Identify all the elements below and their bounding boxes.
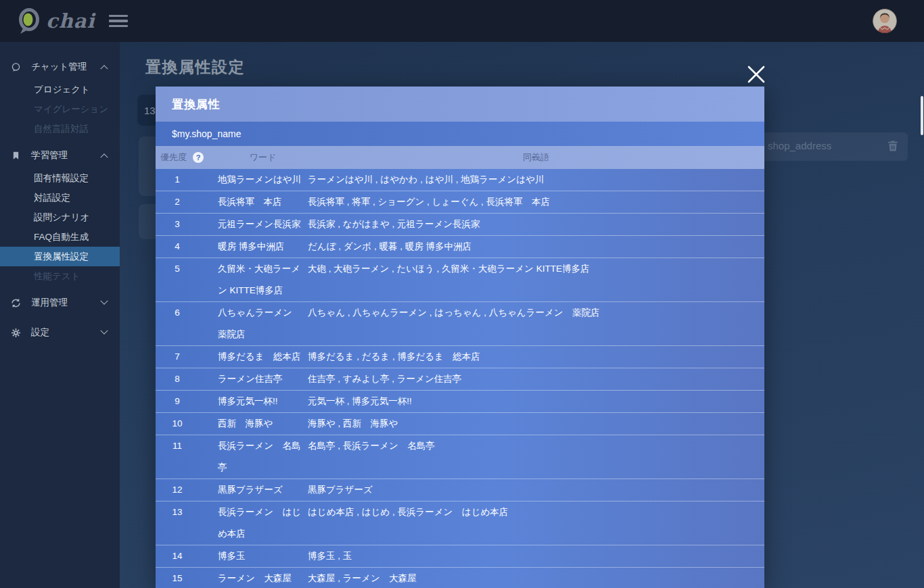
word-column-header: ワード bbox=[218, 151, 308, 164]
row-synonyms: 黒豚ブラザーズ bbox=[308, 479, 764, 501]
logo-avocado-icon bbox=[18, 7, 42, 35]
row-synonyms: ラーメンはや川 , はやかわ , はや川 , 地鶏ラーメンはや川 bbox=[308, 169, 764, 191]
row-priority: 11 bbox=[156, 435, 218, 479]
chat-icon bbox=[10, 62, 22, 72]
table-row[interactable]: 7博多だるま 総本店博多だるま , だるま , 博多だるま 総本店 bbox=[156, 346, 764, 368]
table-row[interactable]: 8ラーメン住吉亭住吉亭 , すみよし亭 , ラーメン住吉亭 bbox=[156, 368, 764, 391]
row-word: 西新 海豚や bbox=[218, 413, 308, 435]
sidebar-nav: チャット管理プロジェクトマイグレーション自然言語対話学習管理固有情報設定対話設定… bbox=[0, 42, 120, 588]
row-word: 長浜ラーメン はじめ本店 bbox=[218, 501, 308, 545]
row-synonyms: 名島亭 , 長浜ラーメン 名島亭 bbox=[308, 435, 764, 479]
row-priority: 3 bbox=[156, 214, 218, 235]
row-synonyms: 元気一杯 , 博多元気一杯!! bbox=[308, 391, 764, 412]
row-synonyms: 大砲 , 大砲ラーメン , たいほう , 久留米・大砲ラーメン KITTE博多店 bbox=[308, 258, 764, 301]
row-priority: 9 bbox=[156, 391, 218, 412]
page-scrollbar-thumb[interactable] bbox=[921, 96, 923, 135]
table-row[interactable]: 10西新 海豚や海豚や , 西新 海豚や bbox=[156, 413, 764, 435]
synonyms-column-header: 同義語 bbox=[308, 151, 764, 164]
table-row[interactable]: 12黒豚ブラザーズ黒豚ブラザーズ bbox=[156, 479, 764, 501]
row-word: 地鶏ラーメンはや川 bbox=[218, 169, 308, 191]
row-synonyms: 長浜将軍 , 将軍 , ショーグン , しょーぐん , 長浜将軍 本店 bbox=[308, 191, 764, 213]
row-priority: 4 bbox=[156, 236, 218, 258]
sidebar-item-faq-auto-generation[interactable]: FAQ自動生成 bbox=[0, 227, 120, 247]
row-word: 博多だるま 総本店 bbox=[218, 346, 308, 368]
top-bar: chai bbox=[0, 0, 924, 42]
table-row[interactable]: 9博多元気一杯!!元気一杯 , 博多元気一杯!! bbox=[156, 391, 764, 413]
table-row[interactable]: 1地鶏ラーメンはや川ラーメンはや川 , はやかわ , はや川 , 地鶏ラーメンは… bbox=[156, 169, 764, 191]
gear-icon bbox=[10, 328, 22, 338]
logo-text: chai bbox=[46, 9, 95, 32]
sync-icon bbox=[10, 298, 22, 308]
sidebar-group-learning-management[interactable]: 学習管理 bbox=[0, 143, 120, 168]
table-row[interactable]: 5久留米・大砲ラーメン KITTE博多店大砲 , 大砲ラーメン , たいほう ,… bbox=[156, 258, 764, 302]
sidebar-item-replacement-attribute-settings[interactable]: 置換属性設定 bbox=[0, 247, 120, 266]
row-priority: 10 bbox=[156, 413, 218, 435]
chevron-up-icon bbox=[100, 65, 108, 72]
sidebar-group-label: 設定 bbox=[31, 326, 49, 339]
row-word: 黒豚ブラザーズ bbox=[218, 479, 308, 501]
row-priority: 7 bbox=[156, 346, 218, 368]
chevron-down-icon bbox=[100, 327, 108, 335]
sidebar-group-label: 運用管理 bbox=[31, 297, 68, 309]
row-priority: 6 bbox=[156, 302, 218, 345]
sidebar-item-label: マイグレーション bbox=[34, 103, 108, 116]
row-priority: 2 bbox=[156, 191, 218, 213]
row-priority: 14 bbox=[156, 545, 218, 567]
row-synonyms: だんぼ , ダンボ , 暖暮 , 暖房 博多中洲店 bbox=[308, 236, 764, 258]
row-word: 長浜将軍 本店 bbox=[218, 191, 308, 213]
row-word: 元祖ラーメン長浜家 bbox=[218, 214, 308, 235]
trash-icon bbox=[886, 139, 900, 153]
user-avatar[interactable] bbox=[873, 9, 897, 33]
row-synonyms: 博多玉 , 玉 bbox=[308, 545, 764, 567]
hamburger-menu-icon[interactable] bbox=[109, 14, 128, 28]
sidebar-item-performance-test[interactable]: 性能テスト bbox=[0, 266, 120, 286]
sidebar-item-natural-language-dialogue[interactable]: 自然言語対話 bbox=[0, 119, 120, 139]
sidebar-item-label: 固有情報設定 bbox=[34, 172, 89, 185]
sidebar-group-chat-management[interactable]: チャット管理 bbox=[0, 54, 120, 80]
sidebar-item-label: 性能テスト bbox=[34, 270, 80, 283]
table-row[interactable]: 15ラーメン 大森屋大森屋 , ラーメン 大森屋 bbox=[156, 568, 764, 588]
sidebar-group-label: 学習管理 bbox=[31, 149, 68, 162]
sidebar-item-label: FAQ自動生成 bbox=[34, 231, 89, 243]
priority-help-icon[interactable]: ? bbox=[193, 152, 204, 163]
sidebar-item-proper-information-settings[interactable]: 固有情報設定 bbox=[0, 168, 120, 188]
bookmark-icon bbox=[10, 151, 22, 160]
sidebar-item-label: 設問シナリオ bbox=[34, 212, 89, 224]
table-row[interactable]: 14博多玉博多玉 , 玉 bbox=[156, 545, 764, 568]
priority-column-header: 優先度 bbox=[160, 151, 187, 164]
row-word: 久留米・大砲ラーメン KITTE博多店 bbox=[218, 258, 308, 301]
table-row[interactable]: 3元祖ラーメン長浜家長浜家 , ながはまや , 元祖ラーメン長浜家 bbox=[156, 214, 764, 236]
sidebar-group-settings[interactable]: 設定 bbox=[0, 320, 120, 345]
row-word: ラーメン 大森屋 bbox=[218, 568, 308, 588]
attribute-name-row: $my.shop_name bbox=[156, 122, 764, 146]
row-word: ラーメン住吉亭 bbox=[218, 368, 308, 390]
row-synonyms: 八ちゃん , 八ちゃんラーメン , はっちゃん , 八ちゃんラーメン 薬院店 bbox=[308, 302, 764, 345]
row-word: 暖房 博多中洲店 bbox=[218, 236, 308, 258]
table-row[interactable]: 2長浜将軍 本店長浜将軍 , 将軍 , ショーグン , しょーぐん , 長浜将軍… bbox=[156, 191, 764, 214]
table-row[interactable]: 11長浜ラーメン 名島亭名島亭 , 長浜ラーメン 名島亭 bbox=[156, 435, 764, 479]
attribute-name: $my.shop_name bbox=[172, 128, 241, 139]
sidebar-item-migration[interactable]: マイグレーション bbox=[0, 99, 120, 119]
row-synonyms: 住吉亭 , すみよし亭 , ラーメン住吉亭 bbox=[308, 368, 764, 390]
app-logo[interactable]: chai bbox=[18, 7, 95, 35]
row-priority: 13 bbox=[156, 501, 218, 545]
sidebar-item-project[interactable]: プロジェクト bbox=[0, 80, 120, 99]
sidebar-item-dialogue-settings[interactable]: 対話設定 bbox=[0, 188, 120, 207]
sidebar-item-question-scenario[interactable]: 設問シナリオ bbox=[0, 207, 120, 227]
delete-attribute-button[interactable] bbox=[886, 139, 900, 153]
page-title: 置換属性設定 bbox=[145, 57, 924, 78]
row-synonyms: はじめ本店 , はじめ , 長浜ラーメン はじめ本店 bbox=[308, 501, 764, 545]
row-priority: 1 bbox=[156, 169, 218, 191]
modal-close-button[interactable] bbox=[744, 62, 768, 87]
sidebar-item-label: 対話設定 bbox=[34, 192, 70, 204]
table-row[interactable]: 6八ちゃんラーメン 薬院店八ちゃん , 八ちゃんラーメン , はっちゃん , 八… bbox=[156, 302, 764, 346]
row-synonyms: 海豚や , 西新 海豚や bbox=[308, 413, 764, 435]
row-word: 長浜ラーメン 名島亭 bbox=[218, 435, 308, 479]
row-priority: 12 bbox=[156, 479, 218, 501]
modal-title-bar: 置換属性 bbox=[156, 87, 764, 122]
table-row[interactable]: 4暖房 博多中洲店だんぼ , ダンボ , 暖暮 , 暖房 博多中洲店 bbox=[156, 236, 764, 258]
row-synonyms: 大森屋 , ラーメン 大森屋 bbox=[308, 568, 764, 588]
row-word: 八ちゃんラーメン 薬院店 bbox=[218, 302, 308, 345]
sidebar-group-operation-management[interactable]: 運用管理 bbox=[0, 290, 120, 316]
table-row[interactable]: 13長浜ラーメン はじめ本店はじめ本店 , はじめ , 長浜ラーメン はじめ本店 bbox=[156, 501, 764, 545]
